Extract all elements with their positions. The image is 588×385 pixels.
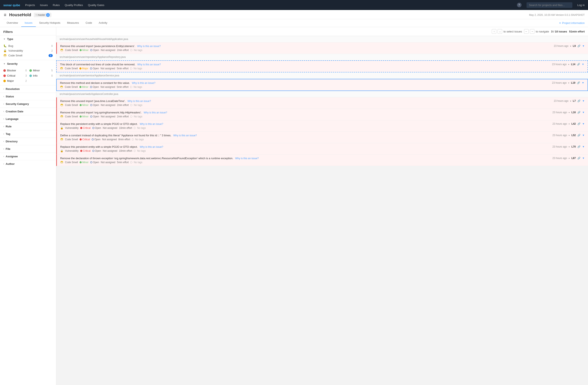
permalink-icon[interactable]: 🔗 — [577, 145, 581, 148]
type-bug[interactable]: 🐛 Bug 0 — [3, 43, 53, 48]
issue-row[interactable]: Define a constant instead of duplicating… — [56, 132, 588, 143]
type-icon: 😷 — [60, 115, 63, 118]
issue-row[interactable]: Remove the declaration of thrown excepti… — [56, 155, 588, 166]
sev-blocker[interactable]: Blocker 0 — [3, 68, 27, 73]
filter-severity-header[interactable]: ▼ Severity — [0, 60, 56, 67]
permalink-icon[interactable]: 🔗 — [577, 81, 580, 84]
issue-line: L16 — [571, 111, 576, 114]
tab-overview[interactable]: Overview — [3, 19, 21, 27]
nav-rules[interactable]: Rules — [53, 3, 60, 7]
filter-security-category[interactable]: ›Security Category — [0, 100, 56, 108]
permalink-icon[interactable]: 🔗 — [577, 99, 581, 102]
issue-effort: 8min effort — [118, 138, 130, 141]
time-dropdown-icon[interactable]: ▾ — [569, 157, 570, 159]
why-issue-link[interactable]: Why is this an issue? — [173, 134, 197, 137]
login-button[interactable]: Log in — [577, 3, 585, 7]
why-issue-link[interactable]: Why is this an issue? — [140, 145, 163, 148]
issue-row[interactable]: Remove this method and declare a constan… — [56, 79, 588, 91]
filter-status[interactable]: ›Status — [0, 93, 56, 100]
time-dropdown-icon[interactable]: ▾ — [569, 123, 570, 125]
issue-row[interactable]: Replace this persistent entity with a si… — [56, 143, 588, 155]
down-select-button[interactable]: ↓ — [498, 29, 502, 34]
nav-projects[interactable]: Projects — [25, 3, 35, 7]
logo[interactable]: sonarqube — [3, 3, 20, 7]
filter-type-header[interactable]: ▼ Type — [0, 35, 56, 43]
permalink-icon[interactable]: 🔗 — [577, 134, 581, 137]
time-dropdown-icon[interactable]: ▾ — [569, 111, 570, 114]
filter-rule[interactable]: ›Rule — [0, 123, 56, 130]
severity-icon — [80, 150, 82, 152]
filter-icon[interactable]: ▼ — [582, 145, 585, 148]
why-issue-link[interactable]: Why is this an issue? — [140, 123, 163, 125]
sev-minor[interactable]: Minor 5 — [29, 68, 53, 73]
permalink-icon[interactable]: 🔗 — [577, 157, 581, 160]
filter-creation-date[interactable]: ›Creation Date — [0, 108, 56, 115]
sev-major[interactable]: Major 2 — [3, 79, 27, 83]
filter-tag[interactable]: ›Tag — [0, 130, 56, 137]
permalink-icon[interactable]: 🔗 — [577, 63, 580, 66]
filter-assignee[interactable]: ›Assignee — [0, 153, 56, 160]
time-dropdown-icon[interactable]: ▾ — [568, 63, 569, 66]
tab-code[interactable]: Code — [82, 19, 95, 27]
time-dropdown-icon[interactable]: ▾ — [569, 146, 570, 148]
filter-icon[interactable]: ▼ — [582, 111, 585, 114]
issue-row[interactable]: Remove this unused import 'javax.persist… — [56, 42, 588, 54]
tab-measures[interactable]: Measures — [64, 19, 82, 27]
filter-resolution[interactable]: ›Resolution — [0, 85, 56, 93]
time-dropdown-icon[interactable]: ▾ — [570, 45, 571, 47]
type-code-smell[interactable]: 😷 Code Smell 8 — [3, 53, 53, 58]
sev-info[interactable]: Info 0 — [29, 74, 53, 78]
prev-navigate-button[interactable]: ← — [524, 29, 529, 34]
sev-critical[interactable]: Critical 3 — [3, 74, 27, 78]
why-issue-link[interactable]: Why is this an issue? — [132, 82, 155, 84]
filter-icon[interactable]: ▼ — [582, 44, 585, 47]
tab-activity[interactable]: Activity — [95, 19, 111, 27]
filter-language[interactable]: ›Language — [0, 115, 56, 123]
project-info-button[interactable]: ≡ Project information — [559, 19, 585, 27]
issue-row[interactable]: Remove this unused import 'java.time.Loc… — [56, 97, 588, 109]
next-navigate-button[interactable]: → — [530, 29, 534, 34]
severity-icon — [80, 138, 82, 140]
type-vulnerability[interactable]: 🔒 Vulnerability 2 — [3, 48, 53, 53]
filter-directory[interactable]: ›Directory — [0, 137, 56, 145]
time-dropdown-icon[interactable]: ▾ — [569, 134, 570, 136]
filter-icon[interactable]: ▼ — [582, 63, 584, 66]
why-issue-link[interactable]: Why is this an issue? — [235, 157, 259, 160]
filter-severity-content: Blocker 0 Minor 5 Crit — [0, 67, 56, 85]
filter-icon[interactable]: ▼ — [582, 99, 585, 102]
why-issue-link[interactable]: Why is this an issue? — [137, 45, 161, 48]
add-branch-button[interactable]: + — [46, 13, 50, 17]
filter-file[interactable]: ›File — [0, 145, 56, 153]
filter-icon[interactable]: ▼ — [582, 157, 585, 160]
time-dropdown-icon[interactable]: ▾ — [570, 100, 571, 102]
why-issue-link[interactable]: Why is this an issue? — [137, 63, 161, 66]
tab-issues[interactable]: Issues — [21, 19, 36, 27]
issue-row[interactable]: This block of commented-out lines of cod… — [56, 60, 588, 72]
issue-line: L14 — [571, 63, 575, 66]
permalink-icon[interactable]: 🔗 — [577, 122, 581, 125]
filter-icon[interactable]: ▼ — [582, 122, 585, 125]
severity-icon — [80, 116, 82, 117]
nav-quality-gates[interactable]: Quality Gates — [88, 3, 105, 7]
help-button[interactable]: ? — [517, 3, 522, 7]
search-input[interactable] — [526, 2, 572, 8]
issue-row[interactable]: Remove this unused import 'org.springfra… — [56, 109, 588, 120]
why-issue-link[interactable]: Why is this an issue? — [127, 100, 151, 103]
filter-icon[interactable]: ▼ — [582, 81, 584, 84]
severity-icon — [80, 49, 82, 51]
tab-security-hotspots[interactable]: Security Hotspots — [36, 19, 64, 27]
up-select-button[interactable]: ↑ — [492, 29, 496, 34]
permalink-icon[interactable]: 🔗 — [577, 44, 581, 47]
permalink-icon[interactable]: 🔗 — [577, 111, 581, 114]
issue-severity: Major — [79, 67, 88, 70]
time-dropdown-icon[interactable]: ▾ — [568, 82, 569, 84]
filter-severity: ▼ Severity Blocker 0 Minor — [0, 60, 56, 85]
issue-time: 23 hours ago — [552, 122, 567, 125]
why-issue-link[interactable]: Why is this an issue? — [144, 111, 167, 114]
issue-row[interactable]: Replace this persistent entity with a si… — [56, 120, 588, 132]
nav-quality-profiles[interactable]: Quality Profiles — [65, 3, 83, 7]
filter-author[interactable]: ›Author — [0, 160, 56, 168]
filter-icon[interactable]: ▼ — [582, 134, 585, 137]
issue-status: Open — [92, 127, 101, 129]
nav-issues[interactable]: Issues — [40, 3, 48, 7]
